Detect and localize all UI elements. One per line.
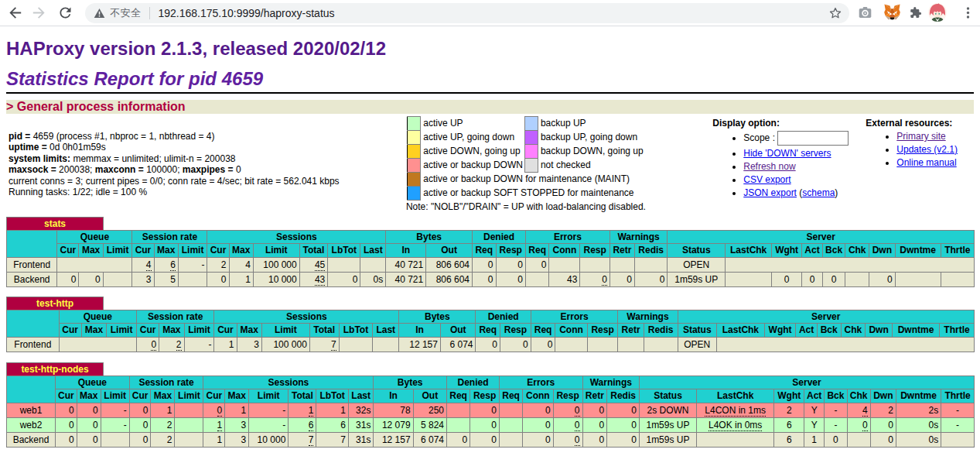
process-info-line: maxsock = 200038; maxconn = 100000; maxp…: [9, 164, 340, 176]
group-header: Errors: [525, 230, 610, 243]
cell-dwntme: 0s: [896, 417, 941, 432]
extension-puzzle-icon[interactable]: [909, 6, 922, 22]
proxy-name-link[interactable]: stats: [44, 218, 66, 229]
column-header: In: [386, 243, 426, 257]
column-header: Dwn: [869, 243, 895, 257]
legend-swatch: [408, 117, 421, 131]
forward-button[interactable]: [31, 5, 47, 21]
corner-cell: [7, 376, 56, 403]
column-header: Act: [802, 243, 823, 257]
column-header: Req: [447, 389, 470, 403]
cell-scur: 1: [214, 338, 237, 352]
external-resource-link[interactable]: Primary site: [896, 131, 945, 142]
cell-dwn: 2: [870, 403, 896, 417]
schema-link[interactable]: schema: [802, 187, 835, 198]
reload-button[interactable]: [57, 5, 73, 21]
cell-dresp: 0: [470, 432, 500, 447]
cell-dwntme: [895, 272, 941, 286]
row-label-link[interactable]: Frontend: [13, 259, 50, 270]
cell-wght: 6: [774, 417, 804, 432]
proxy-tab-test-http: test-http: [6, 297, 975, 310]
group-header: Sessions: [214, 310, 399, 324]
row-label-link[interactable]: Frontend: [14, 339, 51, 350]
proxy-name-link[interactable]: test-http: [36, 298, 73, 309]
cell-rlimit: [175, 417, 203, 432]
column-header: Retr: [610, 243, 634, 257]
cell-slast: 31s: [348, 432, 373, 447]
display-option-link[interactable]: Refresh now: [743, 161, 795, 172]
cell-dreq: [447, 417, 470, 432]
cell-rlimit: -: [178, 257, 207, 272]
column-header: Req: [525, 243, 549, 257]
metamask-fox-icon[interactable]: [883, 4, 901, 24]
cell-slimit: 100 000: [253, 257, 299, 272]
group-header-row: Queue Session rate Sessions Bytes Denied…: [7, 230, 975, 243]
cell-lastchk: [696, 432, 773, 447]
process-info-line: Running tasks: 1/22; idle = 100 %: [9, 187, 340, 198]
cell-proxy-name: web2: [7, 417, 56, 432]
cell-econ: 0: [523, 417, 553, 432]
column-header: Resp: [580, 243, 610, 257]
cell-dresp: 0: [470, 403, 500, 417]
cell-qcur: 0: [55, 432, 77, 447]
cell-bout: 806 604: [426, 272, 473, 286]
cell-stot: 43: [299, 272, 328, 286]
legend-row: active DOWN, going up backup DOWN, going…: [408, 145, 645, 159]
camera-icon[interactable]: [859, 6, 872, 22]
column-header: Wght: [772, 243, 802, 257]
row-label-link[interactable]: Backend: [14, 274, 50, 285]
cell-act: 0: [802, 272, 823, 286]
menu-dots-icon[interactable]: [961, 6, 975, 22]
address-bar[interactable]: 不安全 192.168.175.10:9999/haproxy-status: [85, 3, 849, 23]
profile-avatar[interactable]: [928, 3, 947, 25]
cell-qmax: 0: [77, 403, 101, 417]
display-option-link[interactable]: Hide 'DOWN' servers: [743, 148, 831, 159]
not-secure-warning-icon[interactable]: [94, 8, 105, 19]
cell-bout: 806 604: [426, 257, 473, 272]
cell-bck: -: [825, 403, 847, 417]
external-resource-link[interactable]: Online manual: [896, 157, 956, 168]
cell-smax: 3: [225, 432, 249, 447]
column-header: LbTot: [316, 389, 349, 403]
legend-label: backup DOWN, going up: [538, 145, 644, 159]
display-option-item: Refresh now: [743, 161, 849, 172]
cell-ereq: 0: [525, 257, 549, 272]
column-header: Dwntme: [896, 389, 941, 403]
legend-swatch: [524, 145, 538, 159]
haproxy-home-link[interactable]: HAProxy version 2.1.3, released 2020/02/…: [6, 38, 386, 59]
column-header: Limit: [107, 324, 137, 338]
external-resource-link[interactable]: Updates (v2.1): [896, 144, 958, 155]
cell-dreq: 0: [473, 257, 497, 272]
security-label[interactable]: 不安全: [110, 6, 142, 20]
scope-input[interactable]: [777, 131, 849, 146]
external-resource-item: Primary site: [896, 131, 958, 142]
display-option-link[interactable]: CSV export: [743, 174, 790, 185]
external-resources-list: Primary site Updates (v2.1) Online manua…: [866, 131, 971, 168]
url-text[interactable]: 192.168.175.10:9999/haproxy-status: [159, 7, 335, 19]
row-label-link[interactable]: Backend: [13, 434, 50, 445]
display-option-link[interactable]: JSON export: [743, 187, 797, 198]
cell-bout: 5 824: [413, 417, 446, 432]
display-option-list: Scope : Hide 'DOWN' servers Refresh now …: [712, 131, 862, 198]
cell-lbtot: 6: [316, 417, 349, 432]
table-gap: [6, 287, 974, 297]
cell-smax: 4: [229, 257, 253, 272]
legend-label: active DOWN, going up: [421, 145, 525, 159]
row-label-link[interactable]: web2: [20, 420, 43, 430]
column-header: LbTot: [328, 243, 360, 257]
column-header: Last: [360, 243, 386, 257]
cell-wredis: [634, 257, 667, 272]
back-button[interactable]: [7, 5, 23, 21]
legend-swatch: [408, 131, 421, 145]
group-header: Denied: [473, 230, 526, 243]
cell-wght: 6: [774, 432, 804, 447]
column-header: Max: [81, 324, 106, 338]
proxy-name-link[interactable]: test-http-nodes: [21, 364, 88, 375]
bookmark-star-icon[interactable]: [829, 7, 842, 22]
row-label-link[interactable]: web1: [20, 405, 43, 416]
table-row: Backend 0 0 3 5 0 1 10 000 43 0 0s 40 72…: [7, 272, 975, 286]
cell-status: OPEN: [668, 257, 726, 272]
column-header: Last: [373, 324, 399, 338]
group-header: Bytes: [399, 310, 476, 324]
column-header: Out: [426, 243, 473, 257]
